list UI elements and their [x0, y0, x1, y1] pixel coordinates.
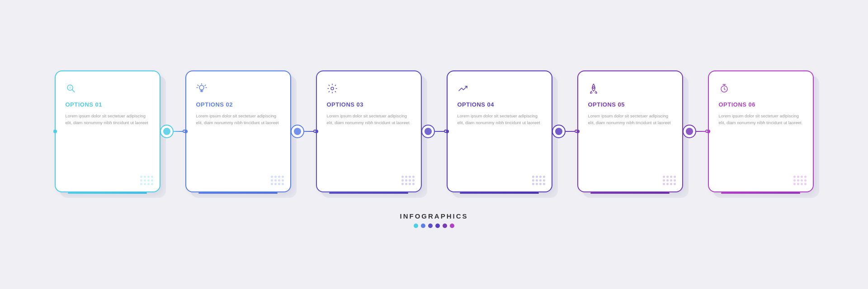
connector-dot-1: [183, 130, 186, 133]
connector-dot-4: [575, 130, 578, 133]
card-wrapper-1: OPTIONS 01Lorem ipsum dolor sit sectetue…: [55, 70, 160, 192]
card-wrapper-4: OPTIONS 04Lorem ipsum dolor sit sectetue…: [447, 70, 552, 192]
connector-dot-5: [705, 130, 708, 133]
connector-4: [552, 125, 578, 138]
card-3: OPTIONS 03Lorem ipsum dolor sit sectetue…: [316, 70, 422, 192]
card-text-6: Lorem ipsum dolor sit sectetuer adipisci…: [719, 112, 804, 126]
card-title-3: OPTIONS 03: [327, 101, 364, 108]
connector-line-1: [174, 131, 183, 132]
card-icon-5: [588, 83, 599, 96]
card-1: OPTIONS 01Lorem ipsum dolor sit sectetue…: [55, 70, 160, 192]
card-icon-3: [327, 83, 338, 96]
footer-dot-2: [421, 224, 425, 228]
connector-2: [291, 125, 316, 138]
card-title-5: OPTIONS 05: [588, 101, 625, 108]
svg-line-9: [198, 85, 198, 86]
connector-inner-2: [294, 128, 301, 135]
connector-line-3: [435, 131, 444, 132]
connector-3: [421, 125, 447, 138]
svg-line-1: [72, 89, 75, 92]
card-wrapper-6: OPTIONS 06Lorem ipsum dolor sit sectetue…: [708, 70, 814, 192]
connector-line-2: [304, 131, 313, 132]
footer-dot-5: [443, 224, 447, 228]
card-icon-1: [66, 83, 76, 96]
connector-1: [160, 125, 186, 138]
card-5: OPTIONS 05Lorem ipsum dolor sit sectetue…: [577, 70, 683, 192]
connector-dot-3: [444, 130, 447, 133]
card-wrapper-2: OPTIONS 02Lorem ipsum dolor sit sectetue…: [185, 70, 291, 192]
footer-dot-3: [428, 224, 433, 228]
svg-point-11: [593, 87, 594, 89]
footer-dots: [414, 224, 454, 228]
connector-dot-2: [313, 130, 316, 133]
connector-circle-5: [683, 125, 696, 138]
card-title-1: OPTIONS 01: [66, 101, 103, 108]
connector-circle-2: [291, 125, 304, 138]
card-bottom-dots-5: [663, 176, 676, 185]
card-title-6: OPTIONS 06: [719, 101, 756, 108]
connector-inner-4: [555, 128, 562, 135]
card-text-3: Lorem ipsum dolor sit sectetuer adipisci…: [327, 112, 412, 126]
card-text-2: Lorem ipsum dolor sit sectetuer adipisci…: [196, 112, 281, 126]
card-bottom-bar-4: [460, 192, 539, 194]
svg-point-10: [331, 87, 334, 90]
connector-inner-1: [163, 128, 170, 135]
card-bottom-bar-6: [721, 192, 800, 194]
card-icon-4: [458, 83, 468, 96]
footer-dot-6: [450, 224, 454, 228]
card-bottom-dots-4: [532, 176, 545, 185]
connector-line-5: [696, 131, 705, 132]
svg-point-3: [199, 85, 204, 90]
card-bottom-bar-3: [329, 192, 408, 194]
card-left-dot-1: [53, 130, 57, 133]
card-bottom-bar-1: [68, 192, 147, 194]
connector-line-4: [566, 131, 575, 132]
connector-inner-5: [686, 128, 693, 135]
connector-circle-1: [160, 125, 174, 138]
card-text-4: Lorem ipsum dolor sit sectetuer adipisci…: [458, 112, 542, 126]
footer-dot-1: [414, 224, 418, 228]
svg-point-2: [69, 87, 71, 89]
card-text-5: Lorem ipsum dolor sit sectetuer adipisci…: [588, 112, 673, 126]
footer-title: INFOGRAPHICS: [400, 212, 468, 220]
card-title-2: OPTIONS 02: [196, 101, 233, 108]
cards-container: OPTIONS 01Lorem ipsum dolor sit sectetue…: [37, 61, 832, 201]
connector-circle-4: [552, 125, 566, 138]
card-title-4: OPTIONS 04: [458, 101, 495, 108]
card-wrapper-5: OPTIONS 05Lorem ipsum dolor sit sectetue…: [577, 70, 683, 192]
card-text-1: Lorem ipsum dolor sit sectetuer adipisci…: [66, 112, 151, 126]
card-bottom-dots-6: [793, 176, 807, 185]
connector-inner-3: [425, 128, 432, 135]
card-bottom-dots-3: [401, 176, 415, 185]
connector-circle-3: [421, 125, 435, 138]
card-bottom-bar-2: [198, 192, 278, 194]
card-6: OPTIONS 06Lorem ipsum dolor sit sectetue…: [708, 70, 814, 192]
card-icon-6: [719, 83, 730, 96]
card-icon-2: [196, 83, 207, 96]
card-bottom-dots-1: [140, 176, 153, 185]
connector-5: [683, 125, 708, 138]
svg-line-5: [205, 85, 206, 86]
footer-dot-4: [435, 224, 440, 228]
infographic-main: OPTIONS 01Lorem ipsum dolor sit sectetue…: [37, 61, 832, 228]
footer: INFOGRAPHICS: [400, 212, 468, 228]
card-bottom-dots-2: [271, 176, 284, 185]
card-4: OPTIONS 04Lorem ipsum dolor sit sectetue…: [447, 70, 552, 192]
card-wrapper-3: OPTIONS 03Lorem ipsum dolor sit sectetue…: [316, 70, 422, 192]
card-bottom-bar-5: [590, 192, 670, 194]
card-2: OPTIONS 02Lorem ipsum dolor sit sectetue…: [185, 70, 291, 192]
